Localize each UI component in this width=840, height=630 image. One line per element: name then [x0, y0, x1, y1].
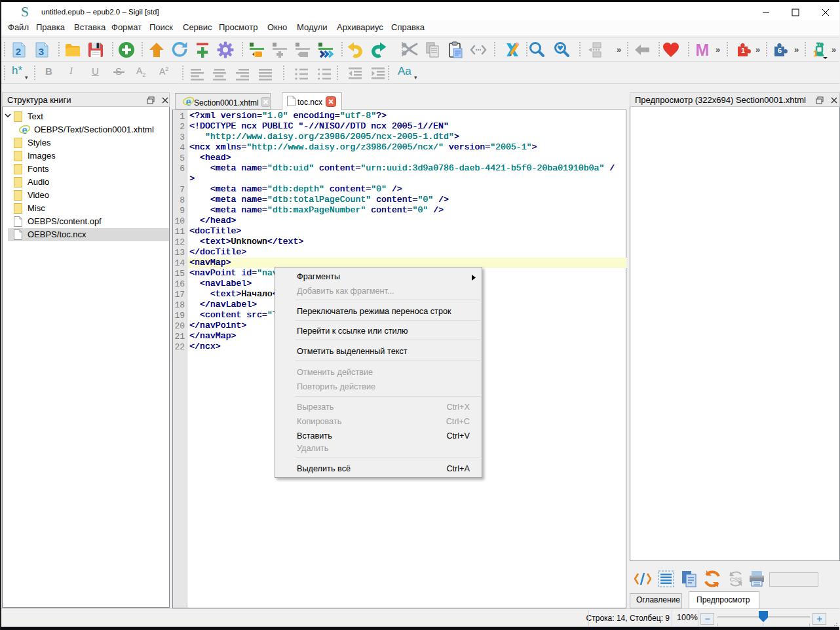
svg-text:1: 1 [813, 49, 818, 58]
svg-text:1: 1 [741, 47, 745, 54]
svg-text:CSS: CSS [730, 576, 742, 583]
svg-text:3: 3 [39, 46, 44, 57]
svg-text:2: 2 [16, 46, 21, 57]
svg-text:M: M [696, 41, 710, 59]
svg-text:6: 6 [778, 47, 782, 54]
svg-text:S: S [21, 6, 29, 18]
